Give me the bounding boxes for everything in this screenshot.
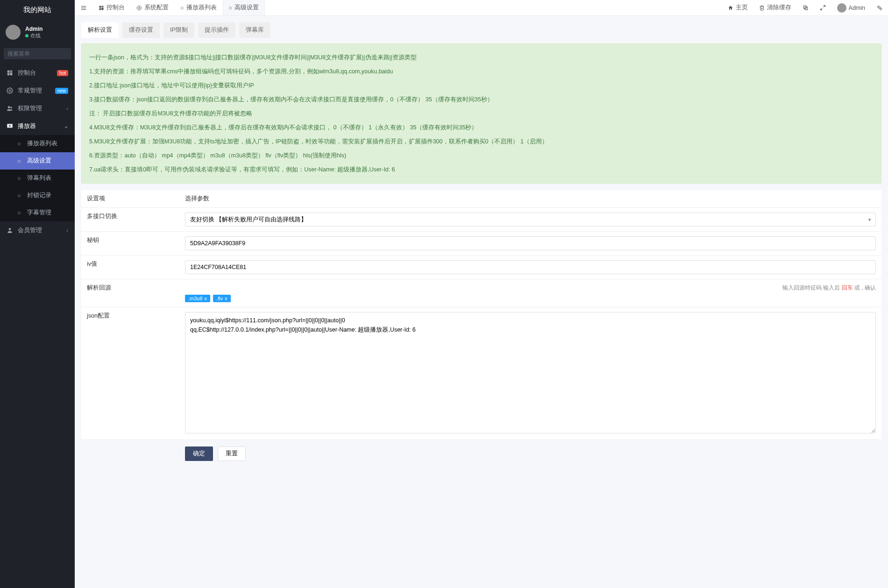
field-label: 多接口切换	[81, 208, 179, 232]
reset-button[interactable]: 重置	[218, 446, 246, 461]
close-icon[interactable]: x	[225, 296, 227, 301]
sidebar-item-label: 常规管理	[18, 86, 42, 95]
circle-icon: ○	[180, 5, 184, 11]
sidebar-item-members[interactable]: 会员管理 ‹	[0, 221, 75, 239]
sidebar-search[interactable]	[4, 48, 71, 59]
sidebar-item-player-list[interactable]: ○ 播放器列表	[0, 135, 75, 152]
tab-label: 控制台	[107, 4, 125, 12]
json-config-textarea[interactable]	[185, 312, 876, 433]
sidebar-item-block-records[interactable]: ○ 封锁记录	[0, 187, 75, 204]
row-json-config: json配置	[81, 307, 881, 440]
row-origin: 解析回源 输入回源特征码 输入后 回车 或 , 确认 .m3u8x .flvx	[81, 279, 881, 307]
tab-parse-settings[interactable]: 解析设置	[81, 22, 119, 38]
svg-point-11	[139, 7, 140, 8]
page-content: 解析设置 缓存设置 IP限制 提示插件 弹幕库 一行一条json，格式为：支持的…	[75, 16, 888, 474]
copy-icon	[803, 5, 809, 11]
tab-ip-limit[interactable]: IP限制	[163, 22, 194, 38]
clear-cache-link[interactable]: 清除缓存	[753, 0, 797, 15]
close-icon[interactable]: x	[205, 296, 207, 301]
tab-player-list[interactable]: ○ 播放器列表	[175, 0, 223, 15]
info-line: 3.接口数据缓存：json接口返回的数据缓存到自己服务器上，缓存有效期内不会在次…	[89, 92, 874, 120]
tab-label: 系统配置	[144, 4, 169, 12]
user-menu[interactable]: Admin	[831, 0, 871, 15]
row-multi-api: 多接口切换 友好切换 【解析失败用户可自由选择线路】	[81, 208, 881, 232]
badge-new: new	[55, 88, 68, 94]
row-iv: iv值	[81, 255, 881, 279]
tab-advanced-settings[interactable]: ○ 高级设置	[223, 0, 265, 15]
users-icon	[7, 105, 13, 112]
info-line: 2.接口地址:json接口地址，地址中可以使用{ip}变量获取用户IP	[89, 78, 874, 92]
tab-notice-plugin[interactable]: 提示插件	[198, 22, 235, 38]
info-line: 1.支持的资源：推荐填写苹果cms中播放组编码也可填特征码，多个资源用,分割，例…	[89, 64, 874, 78]
expand-icon	[820, 5, 826, 11]
sidebar-submenu-player: ○ 播放器列表 ○ 高级设置 ○ 弹幕列表 ○ 封锁记录 ○ 字幕管理	[0, 135, 75, 221]
sidebar-item-label: 弹幕列表	[27, 174, 51, 182]
sidebar-user[interactable]: Admin 在线	[0, 20, 75, 44]
search-input[interactable]	[7, 50, 78, 57]
multi-api-select[interactable]: 友好切换 【解析失败用户可自由选择线路】	[185, 213, 876, 227]
sidebar-item-dashboard[interactable]: 控制台 hot	[0, 64, 75, 82]
field-label: json配置	[81, 307, 179, 440]
sidebar-item-label: 封锁记录	[27, 191, 51, 199]
field-label: iv值	[81, 255, 179, 279]
tab-danmu-db[interactable]: 弹幕库	[239, 22, 270, 38]
chevron-left-icon: ‹	[66, 106, 68, 111]
secret-input[interactable]	[185, 236, 876, 250]
circle-icon: ○	[16, 192, 22, 199]
submit-button[interactable]: 确定	[185, 446, 213, 461]
main-area: 控制台 系统配置 ○ 播放器列表 ○ 高级设置 主页	[75, 0, 888, 588]
settings-table: 设置项 选择参数 多接口切换 友好切换 【解析失败用户可自由选择线路】	[81, 190, 881, 440]
topbar: 控制台 系统配置 ○ 播放器列表 ○ 高级设置 主页	[75, 0, 888, 16]
sidebar-item-label: 权限管理	[18, 104, 42, 113]
circle-icon: ○	[16, 158, 22, 164]
home-link[interactable]: 主页	[722, 0, 753, 15]
chevron-down-icon: ⌄	[64, 123, 68, 129]
sidebar-item-advanced-settings[interactable]: ○ 高级设置	[0, 152, 75, 170]
sidebar-item-label: 控制台	[18, 69, 36, 77]
sidebar-username: Admin	[25, 26, 43, 32]
svg-point-7	[9, 228, 11, 230]
row-secret: 秘钥	[81, 232, 881, 255]
sidebar-item-subtitle[interactable]: ○ 字幕管理	[0, 204, 75, 221]
content-tabs: 解析设置 缓存设置 IP限制 提示插件 弹幕库	[81, 22, 881, 38]
chip-flv[interactable]: .flvx	[213, 295, 231, 302]
svg-point-18	[880, 8, 881, 9]
iv-input[interactable]	[185, 260, 876, 274]
sidebar-item-player[interactable]: 播放器 ⌄	[0, 117, 75, 135]
circle-icon: ○	[16, 210, 22, 216]
toggle-sidebar-button[interactable]	[75, 0, 93, 15]
fullscreen-button[interactable]	[814, 0, 831, 15]
gears-icon	[876, 5, 882, 11]
tab-dashboard[interactable]: 控制台	[93, 0, 131, 15]
circle-icon: ○	[16, 175, 22, 182]
svg-point-2	[9, 90, 11, 92]
sidebar-item-general[interactable]: 常规管理 new	[0, 82, 75, 99]
svg-line-16	[820, 8, 822, 10]
sidebar-item-danmu-list[interactable]: ○ 弹幕列表	[0, 170, 75, 187]
sidebar: 我的网站 Admin 在线 控制台 hot 常规管理 new	[0, 0, 75, 588]
avatar	[6, 25, 21, 40]
link-label: 主页	[736, 4, 748, 12]
home-icon	[728, 5, 733, 11]
chip-m3u8[interactable]: .m3u8x	[185, 295, 210, 302]
svg-point-17	[878, 6, 879, 7]
tab-system-config[interactable]: 系统配置	[131, 0, 175, 15]
settings-button[interactable]	[871, 0, 888, 15]
badge-hot: hot	[57, 70, 68, 76]
svg-line-15	[823, 6, 825, 7]
sidebar-item-permissions[interactable]: 权限管理 ‹	[0, 99, 75, 117]
copy-button[interactable]	[797, 0, 814, 15]
info-line: 5.M3U8文件缓存扩展：加强M3U8功能，支持ts地址加密，插入广告，IP链防…	[89, 135, 874, 149]
trash-icon	[759, 5, 765, 11]
origin-hint: 输入回源特征码 输入后 回车 或 , 确认	[185, 284, 876, 292]
info-line: 一行一条json，格式为：支持的资源$接口地址||接口数据缓存||M3U8文件缓…	[89, 50, 874, 64]
sidebar-item-label: 字幕管理	[27, 209, 51, 217]
chevron-left-icon: ‹	[66, 227, 68, 233]
dashboard-icon	[99, 5, 104, 11]
online-dot-icon	[25, 34, 28, 37]
tab-cache-settings[interactable]: 缓存设置	[122, 22, 160, 38]
user-icon	[7, 227, 13, 234]
info-line: 6.资源类型：auto（自动） mp4（mp4类型） m3u8（m3u8类型） …	[89, 149, 874, 163]
field-label: 秘钥	[81, 232, 179, 255]
form-actions: 确定 重置	[81, 440, 881, 468]
